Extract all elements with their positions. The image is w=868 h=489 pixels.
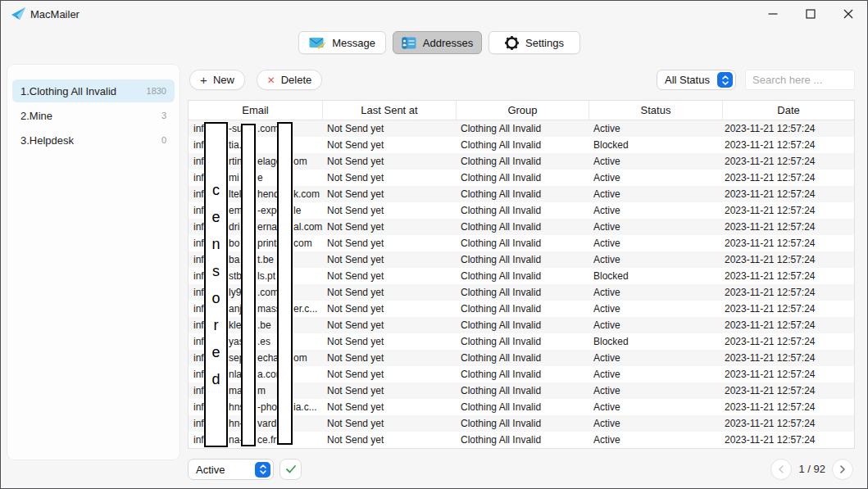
cell-date: 2023-11-21 12:57:24 [722, 186, 854, 202]
group-count: 3 [161, 111, 166, 120]
cell-date: 2023-11-21 12:57:24 [722, 301, 854, 317]
cell-date: 2023-11-21 12:57:24 [722, 333, 854, 350]
sidebar-item-clothing-all-invalid[interactable]: 1.Clothing All Invalid 1830 [12, 79, 175, 102]
cell-group: Clothing All Invalid [456, 219, 589, 235]
cell-group: Clothing All Invalid [456, 120, 589, 137]
group-label: 3.Helpdesk [20, 134, 161, 147]
cell-last-sent: Not Send yet [322, 186, 456, 202]
main-toolbar: Message Addresses [1, 31, 867, 54]
plus-icon: + [200, 74, 207, 86]
cell-date: 2023-11-21 12:57:24 [722, 120, 854, 137]
table-header: Email Last Sent at Group Status Date [189, 101, 854, 120]
cell-status: Active [589, 219, 722, 235]
column-header-group: Group [456, 101, 589, 120]
cell-last-sent: Not Send yet [322, 153, 456, 170]
groups-sidebar: 1.Clothing All Invalid 1830 2.Mine 3 3.H… [7, 65, 180, 460]
close-icon [843, 9, 853, 19]
cell-group: Clothing All Invalid [456, 251, 589, 268]
prev-page-button[interactable] [770, 459, 792, 480]
cell-last-sent: Not Send yet [322, 219, 456, 235]
cell-date: 2023-11-21 12:57:24 [722, 153, 854, 170]
cell-last-sent: Not Send yet [322, 137, 456, 153]
cell-status: Blocked [589, 137, 722, 153]
checkmark-icon [284, 464, 298, 475]
select-stepper-icon [717, 72, 733, 88]
cell-last-sent: Not Send yet [322, 235, 456, 251]
minimize-button[interactable] [754, 1, 792, 27]
status-filter-value: All Status [665, 74, 717, 86]
tab-settings[interactable]: Settings [489, 31, 580, 54]
cell-last-sent: Not Send yet [322, 251, 456, 268]
cell-last-sent: Not Send yet [322, 317, 456, 333]
cell-status: Active [589, 383, 722, 399]
app-window: MacMailer Message [0, 0, 868, 489]
cell-status: Active [589, 432, 722, 448]
cell-date: 2023-11-21 12:57:24 [722, 235, 854, 251]
new-button[interactable]: + New [189, 70, 245, 90]
cell-group: Clothing All Invalid [456, 186, 589, 202]
delete-button[interactable]: ✕ Delete [257, 70, 322, 90]
cell-status: Active [589, 153, 722, 170]
group-count: 0 [161, 135, 166, 145]
row-status-select[interactable]: Active [188, 459, 274, 480]
tab-message[interactable]: Message [298, 31, 386, 54]
status-filter-select[interactable]: All Status [657, 70, 736, 90]
chevron-right-icon [838, 464, 847, 474]
cell-last-sent: Not Send yet [322, 301, 456, 317]
close-button[interactable] [829, 1, 867, 27]
censor-bar [241, 124, 256, 446]
cell-last-sent: Not Send yet [322, 120, 456, 137]
maximize-icon [806, 9, 816, 19]
cell-last-sent: Not Send yet [322, 415, 456, 432]
cell-last-sent: Not Send yet [322, 350, 456, 366]
tab-addresses[interactable]: Addresses [393, 31, 482, 54]
select-stepper-icon [255, 462, 270, 478]
cell-group: Clothing All Invalid [456, 202, 589, 219]
group-label: 1.Clothing All Invalid [20, 85, 147, 97]
delete-button-label: Delete [281, 74, 312, 86]
next-page-button[interactable] [832, 459, 853, 480]
cell-status: Active [589, 350, 722, 366]
cell-group: Clothing All Invalid [456, 284, 589, 301]
addresses-icon [402, 37, 416, 49]
cell-status: Active [589, 284, 722, 301]
cell-status: Active [589, 301, 722, 317]
page-indicator: 1 / 92 [798, 463, 825, 475]
sidebar-item-mine[interactable]: 2.Mine 3 [12, 104, 175, 127]
app-logo-paper-plane-icon [11, 7, 26, 20]
tab-message-label: Message [332, 37, 375, 49]
minimize-icon [768, 9, 778, 19]
cell-status: Blocked [589, 268, 722, 284]
cell-date: 2023-11-21 12:57:24 [722, 350, 854, 366]
cell-group: Clothing All Invalid [456, 366, 589, 383]
column-header-status: Status [589, 101, 722, 120]
cell-date: 2023-11-21 12:57:24 [722, 219, 854, 235]
cell-status: Active [589, 170, 722, 186]
cell-group: Clothing All Invalid [456, 432, 589, 448]
cell-status: Active [589, 366, 722, 383]
cell-group: Clothing All Invalid [456, 399, 589, 415]
column-header-date: Date [722, 101, 854, 120]
sidebar-item-helpdesk[interactable]: 3.Helpdesk 0 [12, 129, 175, 152]
cell-last-sent: Not Send yet [322, 399, 456, 415]
cell-last-sent: Not Send yet [322, 284, 456, 301]
cell-status: Active [589, 186, 722, 202]
column-header-last-sent: Last Sent at [322, 101, 456, 120]
cell-status: Active [589, 399, 722, 415]
pagination: 1 / 92 [770, 458, 853, 480]
cell-date: 2023-11-21 12:57:24 [722, 284, 854, 301]
cell-status: Active [589, 317, 722, 333]
cell-status: Active [589, 415, 722, 432]
cell-date: 2023-11-21 12:57:24 [722, 202, 854, 219]
cell-date: 2023-11-21 12:57:24 [722, 268, 854, 284]
apply-status-button[interactable] [279, 459, 302, 480]
chevron-left-icon [777, 464, 785, 474]
cell-status: Active [589, 202, 722, 219]
maximize-button[interactable] [792, 1, 829, 27]
search-input[interactable] [745, 70, 855, 90]
cell-date: 2023-11-21 12:57:24 [722, 170, 854, 186]
cell-group: Clothing All Invalid [456, 137, 589, 153]
cell-last-sent: Not Send yet [322, 383, 456, 399]
censor-bar-text: censored [206, 124, 226, 446]
cell-last-sent: Not Send yet [322, 202, 456, 219]
